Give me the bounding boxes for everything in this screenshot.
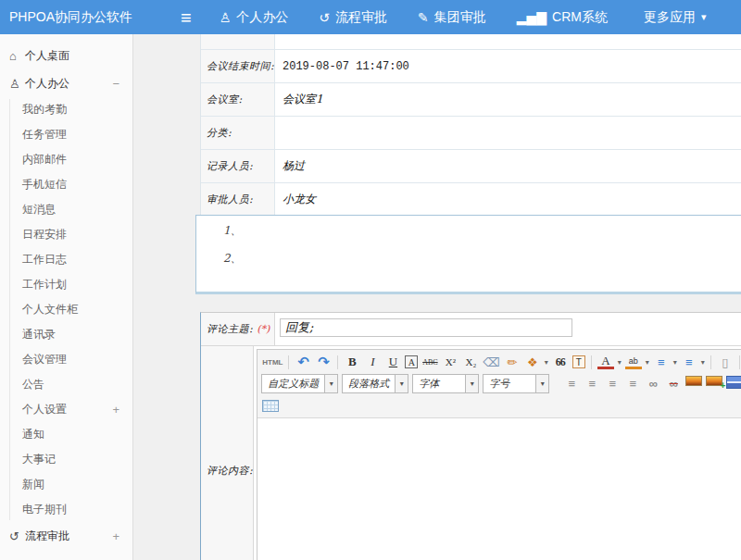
nav-crm-system[interactable]: ▂▅▇ CRM系统 [517,9,613,26]
hamburger-menu-icon[interactable]: ≡ [181,8,192,27]
row-label: 会议室: [207,93,243,106]
home-icon: ⌂ [9,49,25,63]
sidebar-item-work-log[interactable]: 工作日志 [0,247,132,272]
align-right-icon[interactable]: ≡ [604,376,621,392]
sidebar-item-label: 电子期刊 [22,502,67,517]
caret-down-icon: ▾ [324,375,337,392]
sidebar-item-mobile-sms[interactable]: 手机短信 [0,172,132,197]
row-label-cell: 记录人员: [201,150,275,182]
remove-format-icon[interactable]: ⌫ [483,354,499,370]
superscript-icon[interactable]: X² [442,354,458,370]
subscript-icon[interactable]: X₂ [462,354,479,370]
select-label: 自定义标题 [262,377,324,391]
row-value: 杨过 [283,158,305,174]
nav-label: 更多应用 [644,9,696,26]
highlight-color-icon[interactable]: ab [625,355,642,369]
clear-format-icon[interactable]: ✏ [504,354,521,370]
sidebar-item-contacts[interactable]: 通讯录 [0,322,132,347]
nav-more-apps[interactable]: 更多应用 ▾ [638,9,707,26]
sidebar-item-label: 短消息 [22,202,56,218]
comment-subject-input[interactable] [280,318,572,337]
sidebar-item-label: 工作计划 [22,277,67,292]
editor-content-area[interactable] [257,418,741,560]
required-mark: (*) [257,323,270,335]
row-value-cell: 2019-08-07 11:47:00 [275,50,741,82]
align-center-icon[interactable]: ≡ [584,376,600,392]
italic-icon[interactable]: I [364,354,381,370]
paste-from-word-icon[interactable]: T [572,355,585,368]
redo-icon[interactable]: ↷ [315,354,332,370]
font-family-select[interactable]: 字体 ▾ [412,374,479,393]
expand-icon[interactable]: + [112,529,119,543]
font-size-select[interactable]: 字号 ▾ [483,374,549,393]
row-label: 记录人员: [207,159,253,173]
sidebar-item-memorabilia[interactable]: 大事记 [0,447,132,472]
undo-icon[interactable]: ↶ [295,354,311,370]
new-page-icon[interactable]: ▯ [717,354,734,370]
insert-table-icon[interactable] [262,400,279,412]
expand-icon[interactable]: + [112,403,119,417]
bold-icon[interactable]: B [344,354,360,370]
workflow-icon: ↺ [9,529,25,543]
unordered-list-caret-icon[interactable]: ▾ [699,354,707,370]
strikethrough-icon[interactable]: ABC [421,354,438,370]
nav-group-approval[interactable]: ✎ 集团审批 [418,9,492,26]
sidebar-item-task-management[interactable]: 任务管理 [0,122,132,147]
nav-personal-office[interactable]: ♙ 个人办公 [220,9,295,26]
sidebar-item-internal-mail[interactable]: 内部邮件 [0,147,132,172]
sidebar-item-label: 手机短信 [22,177,67,193]
align-left-icon[interactable]: ≡ [563,376,580,392]
font-border-icon[interactable]: A [405,355,418,368]
heading-select[interactable]: 自定义标题 ▾ [261,374,338,393]
sidebar-item-meeting-management[interactable]: 会议管理 [0,347,132,372]
sidebar-item-workflow-approval[interactable]: ↺ 流程审批 + [0,522,132,550]
ordered-list-icon[interactable]: ≡ [653,354,670,370]
note-line: 2、 [223,251,741,279]
sidebar-item-e-journal[interactable]: 电子期刊 [0,497,132,522]
sidebar-item-work-plan[interactable]: 工作计划 [0,272,132,297]
caret-down-icon: ▾ [701,11,707,23]
format-painter-icon[interactable]: ❖ [524,354,541,370]
comment-content-label-cell: 评论内容: [201,346,254,560]
media-icon[interactable] [726,376,741,389]
select-label: 段落格式 [343,377,395,391]
unlink-icon[interactable]: ∞ [665,376,682,392]
sidebar-item-my-attendance[interactable]: 我的考勤 [0,97,132,122]
sidebar-item-personal-file-cabinet[interactable]: 个人文件柜 [0,297,132,322]
underline-icon[interactable]: U [384,354,401,370]
sidebar-item-news[interactable]: 新闻 [0,472,132,497]
paragraph-format-select[interactable]: 段落格式 ▾ [342,374,408,393]
highlight-color-caret-icon[interactable]: ▾ [644,354,651,370]
sidebar-item-notice[interactable]: 通知 [0,422,132,447]
nav-workflow-approval[interactable]: ↺ 流程审批 [319,9,393,26]
font-color-caret-icon[interactable]: ▾ [616,354,623,370]
sidebar-item-personal-desktop[interactable]: ⌂ 个人桌面 [0,42,132,69]
format-painter-caret-icon[interactable]: ▾ [543,354,550,370]
row-value-cell: 小龙女 [275,183,741,216]
image-icon[interactable] [685,376,702,386]
table-row [201,34,741,50]
align-justify-icon[interactable]: ≡ [624,376,641,392]
font-color-icon[interactable]: A [597,355,614,369]
sidebar-item-personal-settings[interactable]: 个人设置 + [0,397,132,422]
top-nav: ♙ 个人办公 ↺ 流程审批 ✎ 集团审批 ▂▅▇ CRM系统 [220,9,732,26]
unordered-list-icon[interactable]: ≡ [681,354,697,370]
select-label: 字体 [413,377,465,391]
link-icon[interactable]: ∞ [645,376,661,392]
separator [337,355,338,369]
person-icon: ♙ [220,10,232,25]
meeting-detail-table: 会议结束时间: 2019-08-07 11:47:00 会议室: 会议室1 分类… [200,34,741,217]
sidebar-item-announcement[interactable]: 公告 [0,372,132,397]
row-value-cell: 会议室1 [275,83,741,116]
separator [710,355,711,369]
collapse-icon[interactable]: − [112,77,119,91]
nav-label: 流程审批 [335,9,387,26]
upload-image-icon[interactable] [706,376,722,386]
row-label-cell: 会议室: [201,83,275,116]
html-source-button[interactable]: HTML [262,354,283,370]
sidebar-item-personal-office[interactable]: ♙ 个人办公 − [0,69,132,97]
sidebar-item-schedule[interactable]: 日程安排 [0,222,132,247]
sidebar-item-short-message[interactable]: 短消息 [0,197,132,222]
blockquote-icon[interactable]: 66 [552,354,569,370]
ordered-list-caret-icon[interactable]: ▾ [672,354,679,370]
